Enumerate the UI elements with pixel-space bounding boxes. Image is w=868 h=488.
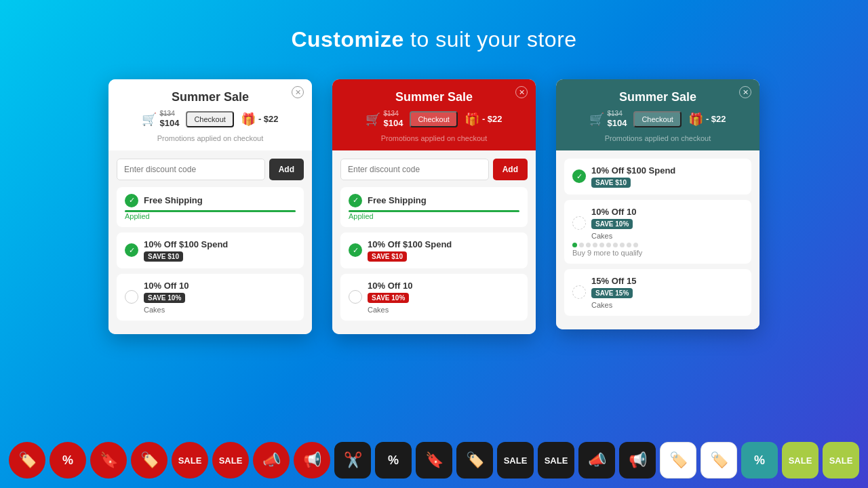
promo-10off10-red: 10% Off 10 SAVE 10% Cakes xyxy=(340,274,528,321)
promo-name-teal-1: 10% Off 10 xyxy=(591,207,636,217)
promo-10off10-header-teal: 10% Off 10 SAVE 10% Cakes xyxy=(572,207,743,240)
promo-name-white-2: 10% Off 10 xyxy=(144,281,189,291)
applied-text-white: Applied xyxy=(125,212,296,220)
icon-sale-black-2[interactable]: SALE xyxy=(538,442,574,479)
card-teal-close[interactable]: ✕ xyxy=(739,86,751,98)
promo-name-group-white-2: 10% Off 10 SAVE 10% Cakes xyxy=(144,281,189,314)
cards-container: Summer Sale ✕ 🛒 $134 $104 Checkout 🎁 - $… xyxy=(108,79,760,334)
cart-icon-teal: 🛒 xyxy=(589,112,604,127)
icon-megaphone-red-1[interactable]: 📣 xyxy=(253,442,290,479)
promo-name-group-teal-0: 10% Off $100 Spend SAVE $10 xyxy=(591,165,675,188)
cart-icon-wrap-white: 🛒 $134 $104 xyxy=(142,110,179,129)
icon-megaphone-black[interactable]: 📣 xyxy=(578,442,615,479)
dot-3 xyxy=(593,243,597,247)
card-red: Summer Sale ✕ 🛒 $134 $104 Checkout 🎁 - $… xyxy=(332,79,536,334)
icon-tag-red-1[interactable]: 🏷️ xyxy=(9,442,45,479)
card-red-cart-row: 🛒 $134 $104 Checkout 🎁 - $22 xyxy=(343,110,525,129)
gift-price-teal: - $22 xyxy=(706,114,726,124)
promo-free-shipping-red: ✓ Free Shipping Applied xyxy=(340,187,528,227)
promo-10off100-white: ✓ 10% Off $100 Spend SAVE $10 xyxy=(117,232,304,268)
icon-tag3-red-1[interactable]: 🏷️ xyxy=(131,442,167,479)
icon-bar: 🏷️ % 🔖 🏷️ SALE SALE 📣 📢 ✂️ % 🔖 🏷️ SALE S… xyxy=(0,432,868,488)
dot-1 xyxy=(579,243,584,247)
promo-10off10-header-red: 10% Off 10 SAVE 10% Cakes xyxy=(349,281,519,314)
header-bold: Customize xyxy=(291,27,403,52)
icon-sale-green-1[interactable]: SALE xyxy=(782,442,818,479)
promo-name-teal-0: 10% Off $100 Spend xyxy=(591,165,675,176)
header-rest: to suit your store xyxy=(404,27,577,52)
promo-free-shipping-header: ✓ Free Shipping xyxy=(125,194,296,207)
card-white-close[interactable]: ✕ xyxy=(292,86,304,98)
promo-name-teal-2: 15% Off 15 xyxy=(591,276,636,286)
card-red-title: Summer Sale xyxy=(343,90,525,104)
icon-tag-white-1[interactable]: 🏷️ xyxy=(660,442,696,479)
promo-name-group-white-1: 10% Off $100 Spend SAVE $10 xyxy=(144,239,228,262)
icon-speaker-black[interactable]: 📢 xyxy=(619,442,656,479)
promo-name-white-1: 10% Off $100 Spend xyxy=(144,239,228,249)
card-red-header: Summer Sale ✕ 🛒 $134 $104 Checkout 🎁 - $… xyxy=(332,79,536,150)
save-badge-teal-1: SAVE 10% xyxy=(591,219,633,229)
icon-speaker-red-1[interactable]: 📢 xyxy=(294,442,330,479)
gift-wrap-teal: 🎁 - $22 xyxy=(688,112,726,127)
dot-2 xyxy=(586,243,591,247)
icon-sale-black-1[interactable]: SALE xyxy=(497,442,534,479)
applied-text-red: Applied xyxy=(349,212,519,220)
checkout-btn-red[interactable]: Checkout xyxy=(410,111,457,127)
add-btn-red[interactable]: Add xyxy=(493,159,528,180)
promo-10off10-teal: 10% Off 10 SAVE 10% Cakes xyxy=(564,200,751,264)
category-teal-2: Cakes xyxy=(591,301,636,309)
check-circle-red-2 xyxy=(349,290,362,304)
discount-row-white: Add xyxy=(117,159,304,180)
checkout-btn-teal[interactable]: Checkout xyxy=(633,111,681,127)
promo-10off100-header-white: ✓ 10% Off $100 Spend SAVE $10 xyxy=(125,239,296,262)
promo-10off10-white: 10% Off 10 SAVE 10% Cakes xyxy=(117,274,304,321)
icon-tag-black[interactable]: 🔖 xyxy=(416,442,452,479)
card-teal: Summer Sale ✕ 🛒 $134 $104 Checkout 🎁 - $… xyxy=(556,79,760,329)
card-teal-cart-row: 🛒 $134 $104 Checkout 🎁 - $22 xyxy=(567,110,749,129)
icon-tag-white-2[interactable]: 🏷️ xyxy=(701,442,737,479)
promo-name-group-teal-1: 10% Off 10 SAVE 10% Cakes xyxy=(591,207,636,240)
save-badge-teal-0: SAVE $10 xyxy=(591,178,631,188)
cart-prices-teal: $134 $104 xyxy=(607,110,627,129)
check-circle-white-0: ✓ xyxy=(125,194,138,207)
promo-name-red-1: 10% Off $100 Spend xyxy=(368,239,452,249)
icon-sale-red-1[interactable]: SALE xyxy=(172,442,208,479)
gift-price-white: - $22 xyxy=(258,114,279,124)
promo-name-red-2: 10% Off 10 xyxy=(368,281,412,291)
gift-price-red: - $22 xyxy=(482,114,502,124)
discount-input-white[interactable] xyxy=(117,159,265,180)
card-teal-title: Summer Sale xyxy=(567,90,749,104)
card-red-close[interactable]: ✕ xyxy=(515,86,528,98)
promo-10off100-header-red: ✓ 10% Off $100 Spend SAVE $10 xyxy=(349,239,519,262)
promo-name-group-teal-2: 15% Off 15 SAVE 15% Cakes xyxy=(591,276,636,309)
promo-name-group-red-2: 10% Off 10 SAVE 10% Cakes xyxy=(368,281,412,314)
dots-row-teal xyxy=(572,243,743,247)
promo-15off15-teal: 15% Off 15 SAVE 15% Cakes xyxy=(564,269,751,316)
icon-tag2-red-1[interactable]: 🔖 xyxy=(90,442,127,479)
discount-input-red[interactable] xyxy=(340,159,489,180)
save-badge-white-2: SAVE 10% xyxy=(144,293,185,303)
add-btn-white[interactable]: Add xyxy=(269,159,304,180)
gift-icon-white: 🎁 xyxy=(241,112,256,127)
card-teal-header: Summer Sale ✕ 🛒 $134 $104 Checkout 🎁 - $… xyxy=(556,79,760,150)
icon-sale-green-2[interactable]: SALE xyxy=(823,442,859,479)
card-white-title: Summer Sale xyxy=(119,90,301,104)
icon-tag2-black[interactable]: 🏷️ xyxy=(456,442,493,479)
cart-prices-white: $134 $104 xyxy=(159,110,179,129)
promo-note-teal: Promotions applied on checkout xyxy=(567,134,749,142)
dot-5 xyxy=(606,243,611,247)
price-strike-white: $134 xyxy=(159,110,174,118)
card-white-header: Summer Sale ✕ 🛒 $134 $104 Checkout 🎁 - $… xyxy=(108,79,312,150)
card-red-body: Add ✓ Free Shipping Applied ✓ 10% Off $1… xyxy=(332,150,536,334)
checkout-btn-white[interactable]: Checkout xyxy=(186,111,233,127)
icon-percent-red-1[interactable]: % xyxy=(50,442,86,479)
save-badge-red-1: SAVE $10 xyxy=(368,251,407,262)
dot-9 xyxy=(633,243,638,247)
icon-sale-red-2[interactable]: SALE xyxy=(212,442,249,479)
check-circle-teal-2 xyxy=(572,285,586,299)
cart-icon-white: 🛒 xyxy=(142,112,157,127)
icon-percent-black[interactable]: % xyxy=(375,442,412,479)
price-strike-red: $134 xyxy=(383,110,398,118)
icon-percent-teal[interactable]: % xyxy=(741,442,778,479)
icon-scissors-black[interactable]: ✂️ xyxy=(334,442,371,479)
